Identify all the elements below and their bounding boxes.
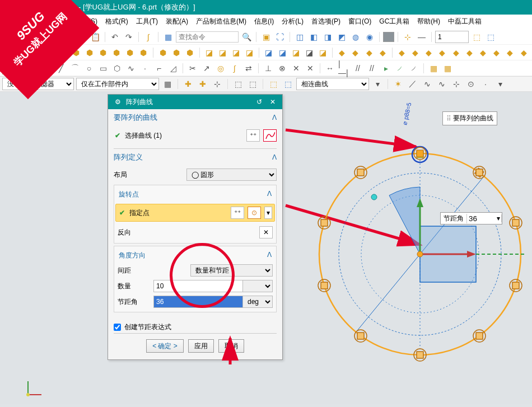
dialog-header[interactable]: ⚙ 阵列曲线 ↺ ✕ [108, 95, 282, 109]
rotation-point-header[interactable]: 旋转点 ᐱ [118, 188, 273, 202]
count-unit-dropdown[interactable] [242, 280, 273, 292]
point-selector-icon[interactable]: ⁺⁺ [231, 207, 244, 219]
misc1-icon[interactable]: ⬚ [470, 31, 483, 43]
cube3-icon[interactable]: ◩ [335, 31, 348, 43]
misc2-icon[interactable]: ⬚ [484, 31, 497, 43]
menu-info[interactable]: 信息(I) [251, 15, 277, 29]
command-search-input[interactable] [176, 31, 239, 43]
menu-help[interactable]: 帮助(H) [414, 15, 444, 29]
undo-icon[interactable]: ↶ [109, 31, 121, 43]
op8-icon[interactable]: ◆ [436, 46, 448, 59]
op9-icon[interactable]: ◆ [450, 46, 462, 59]
op5-icon[interactable]: ◆ [396, 46, 408, 59]
section-def-header[interactable]: 阵列定义 ᐱ [108, 149, 282, 165]
snap3-icon[interactable]: ∿ [421, 78, 433, 90]
sk-con4-icon[interactable]: ⟋ [394, 62, 406, 74]
sk-con2-icon[interactable]: // [366, 62, 378, 74]
view-fit-icon[interactable]: ⛶ [274, 31, 286, 43]
op12-icon[interactable]: ◆ [491, 46, 502, 59]
op6-icon[interactable]: ◆ [409, 46, 421, 59]
menu-format[interactable]: 格式(R) [102, 15, 132, 29]
reverse-direction-icon[interactable]: ✕ [259, 226, 273, 238]
menu-zltoolbox[interactable]: 中磊工具箱 [445, 15, 485, 29]
op14-icon[interactable]: ◆ [518, 46, 530, 59]
sk-chamfer-icon[interactable]: ◿ [167, 62, 179, 74]
display-icon[interactable]: ◫ [293, 31, 306, 43]
op3-icon[interactable]: ◆ [363, 46, 375, 59]
sf2-icon[interactable]: ◪ [217, 46, 228, 59]
sk-m1-icon[interactable]: ▦ [427, 62, 440, 74]
wcs-icon[interactable]: ⊹ [402, 31, 414, 43]
sk-trim-icon[interactable]: ✂ [186, 62, 199, 74]
snap5-icon[interactable]: ⊹ [450, 78, 463, 90]
snap6-icon[interactable]: ⊙ [465, 78, 477, 90]
angle-dir-header[interactable]: 角度方向 ᐱ [118, 249, 273, 263]
fb5-icon[interactable]: ⬚ [232, 78, 244, 90]
sk-spline-icon[interactable]: ∿ [125, 62, 137, 74]
ft11-icon[interactable]: ⬢ [138, 46, 150, 59]
op2-icon[interactable]: ◆ [349, 46, 361, 59]
ft14-icon[interactable]: ⬢ [184, 46, 195, 59]
sf9-icon[interactable]: ◪ [317, 46, 329, 59]
sk-pat-icon[interactable]: ∫ [228, 62, 241, 74]
sf5-icon[interactable]: ◪ [263, 46, 274, 59]
ft7-icon[interactable]: ⬢ [83, 46, 95, 59]
reset-icon[interactable]: ↺ [254, 98, 264, 106]
ft9-icon[interactable]: ⬢ [111, 46, 123, 59]
section-curves-header[interactable]: 要阵列的曲线 ᐱ [108, 109, 282, 125]
fb6-icon[interactable]: ⬚ [246, 78, 259, 90]
curve-type-icon[interactable] [263, 129, 277, 142]
fb8-icon[interactable]: ⬚ [282, 78, 294, 90]
pitch-unit-dropdown[interactable]: deg [242, 296, 273, 308]
sf6-icon[interactable]: ◪ [276, 46, 288, 59]
sk-mir-icon[interactable]: ⇄ [242, 62, 255, 74]
layout-dropdown[interactable]: ◯ 圆形 [186, 169, 277, 181]
curve-rule-dropdown[interactable]: 相连曲线 [296, 78, 369, 90]
sk-poly-icon[interactable]: ⬡ [111, 62, 123, 74]
sf3-icon[interactable]: ◪ [230, 46, 242, 59]
sk-rect-icon[interactable]: ▭ [97, 62, 109, 74]
popup-pitch-input[interactable] [467, 213, 494, 223]
sk-off-icon[interactable]: ◎ [214, 62, 227, 74]
fb1-icon[interactable]: ▦ [161, 78, 174, 90]
snap2-icon[interactable]: ／ [407, 78, 419, 90]
sk-fillet-icon[interactable]: ⌐ [153, 62, 165, 74]
popup-pitch-apply-icon[interactable]: ▾ [494, 214, 502, 222]
op4-icon[interactable]: ◆ [377, 46, 389, 59]
fb3-icon[interactable]: ✚ [197, 78, 209, 90]
layer-icon[interactable]: ▣ [260, 31, 272, 43]
count-input[interactable] [153, 280, 243, 292]
linewidth-input[interactable] [435, 31, 469, 43]
snap4-icon[interactable]: ∿ [436, 78, 448, 90]
op13-icon[interactable]: ◆ [504, 46, 516, 59]
op11-icon[interactable]: ◆ [477, 46, 489, 59]
close-icon[interactable]: ✕ [268, 98, 278, 106]
snap1-icon[interactable]: ✶ [392, 78, 404, 90]
color-swatch[interactable] [383, 32, 394, 42]
shade1-icon[interactable]: ◍ [349, 31, 362, 43]
shade2-icon[interactable]: ◉ [363, 31, 376, 43]
specify-point-row[interactable]: ✔ 指定点 ⁺⁺ ⊙ ▾ [115, 204, 275, 222]
sf1-icon[interactable]: ◪ [203, 46, 215, 59]
search-icon[interactable]: 🔍 [240, 31, 253, 43]
sk-int-icon[interactable]: ⊗ [276, 62, 288, 74]
line-style-icon[interactable]: — [416, 31, 428, 43]
point-menu-icon[interactable]: ▾ [264, 207, 272, 219]
ft13-icon[interactable]: ⬢ [170, 46, 182, 59]
menu-window[interactable]: 窗口(O) [345, 15, 375, 29]
create-expression-checkbox[interactable] [114, 324, 121, 331]
sk-dim2-icon[interactable]: |—| [338, 62, 350, 74]
ft12-icon[interactable]: ⬢ [157, 46, 169, 59]
fb4-icon[interactable]: ⊹ [211, 78, 223, 90]
sk-point-icon[interactable]: · [139, 62, 151, 74]
add-selection-icon[interactable]: ⁺⁺ [246, 129, 260, 142]
menu-pmi[interactable]: 产品制造信息(M) [193, 15, 250, 29]
cube2-icon[interactable]: ◨ [321, 31, 334, 43]
redo-icon[interactable]: ↷ [123, 31, 135, 43]
sk-i3-icon[interactable]: ✕ [304, 62, 316, 74]
sk-con3-icon[interactable]: ▸ [380, 62, 392, 74]
ft10-icon[interactable]: ⬢ [124, 46, 136, 59]
snap7-icon[interactable]: · [479, 78, 492, 90]
fb2-icon[interactable]: ✚ [182, 78, 194, 90]
sk-con1-icon[interactable]: // [352, 62, 364, 74]
